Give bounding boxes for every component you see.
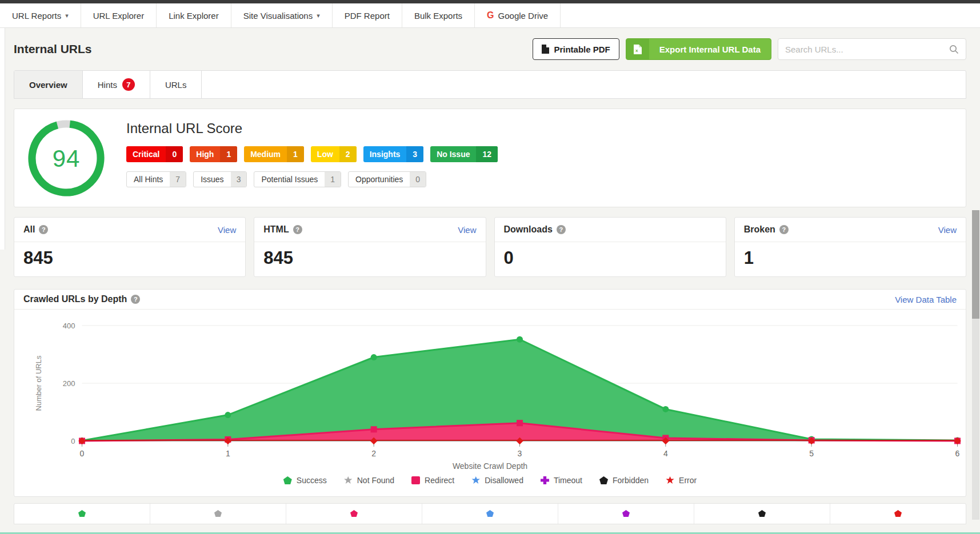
- badge-critical[interactable]: Critical 0: [126, 146, 183, 162]
- nav-label: Link Explorer: [169, 11, 219, 21]
- pill-all-hints[interactable]: All Hints 7: [126, 171, 186, 187]
- pill-count: 3: [231, 172, 247, 187]
- not-found-marker-icon: [214, 510, 222, 517]
- score-donut: 94: [23, 117, 109, 200]
- severity-badges: Critical 0 High 1 Medium 1 Low 2 Insight…: [126, 146, 498, 162]
- svg-text:x: x: [635, 48, 638, 53]
- cross-marker-icon: [541, 476, 549, 484]
- score-title: Internal URL Score: [126, 121, 498, 136]
- tab-hints[interactable]: Hints 7: [83, 71, 150, 98]
- pill-potential-issues[interactable]: Potential Issues 1: [254, 171, 341, 187]
- badge-count: 12: [476, 146, 498, 162]
- pill-issues[interactable]: Issues 3: [193, 171, 247, 187]
- star-marker-icon: [344, 476, 353, 484]
- legend-item-not-found[interactable]: Not Found: [344, 476, 394, 485]
- hints-count-badge: 7: [122, 78, 135, 91]
- view-link[interactable]: View: [938, 225, 957, 235]
- export-internal-url-data-button[interactable]: x Export Internal URL Data: [626, 38, 771, 60]
- status-card-timeout[interactable]: [558, 504, 694, 524]
- help-icon[interactable]: ?: [131, 295, 140, 304]
- page-header: Internal URLs Printable PDF x Export Int…: [0, 28, 980, 70]
- legend-label: Success: [297, 476, 327, 485]
- nav-google-drive[interactable]: G Google Drive: [475, 3, 561, 27]
- badge-count: 0: [166, 146, 183, 162]
- nav-label: URL Reports: [12, 11, 61, 21]
- nav-pdf-report[interactable]: PDF Report: [333, 3, 402, 27]
- vertical-scrollbar[interactable]: [972, 210, 979, 520]
- file-icon: [542, 45, 549, 54]
- pill-count: 7: [170, 172, 186, 187]
- badge-label: High: [190, 146, 220, 162]
- button-label: Export Internal URL Data: [649, 39, 771, 59]
- status-card-forbidden[interactable]: [694, 504, 830, 524]
- chart-legend: SuccessNot FoundRedirectDisallowedTimeou…: [14, 476, 966, 485]
- nav-link-explorer[interactable]: Link Explorer: [157, 3, 231, 27]
- badge-insights[interactable]: Insights 3: [363, 146, 423, 162]
- card-value: 845: [254, 242, 485, 276]
- view-data-table-link[interactable]: View Data Table: [895, 295, 957, 304]
- legend-item-redirect[interactable]: Redirect: [411, 476, 454, 485]
- error-marker-icon: [894, 510, 902, 517]
- card-downloads: Downloads? 0: [494, 217, 726, 277]
- legend-item-disallowed[interactable]: Disallowed: [471, 476, 523, 485]
- badge-no-issue[interactable]: No Issue 12: [430, 146, 498, 162]
- svg-text:3: 3: [518, 449, 522, 458]
- scrollbar-thumb[interactable]: [972, 210, 979, 319]
- status-card-success[interactable]: [14, 504, 150, 524]
- nav-label: Site Visualisations: [243, 11, 313, 21]
- legend-item-error[interactable]: Error: [666, 476, 697, 485]
- printable-pdf-button[interactable]: Printable PDF: [533, 38, 619, 60]
- badge-high[interactable]: High 1: [190, 146, 237, 162]
- legend-label: Forbidden: [613, 476, 649, 485]
- pill-opportunities[interactable]: Opportunities 0: [348, 171, 426, 187]
- redirect-marker-icon: [350, 510, 358, 517]
- legend-label: Error: [679, 476, 697, 485]
- status-card-error[interactable]: [830, 504, 966, 524]
- disallowed-marker-icon: [486, 510, 494, 517]
- view-link[interactable]: View: [218, 225, 236, 235]
- status-card-not-found[interactable]: [150, 504, 286, 524]
- stat-cards-row: All? View 845 HTML? View 845 Downloads? …: [14, 217, 966, 277]
- view-link[interactable]: View: [458, 225, 476, 235]
- status-card-redirect[interactable]: [286, 504, 422, 524]
- tab-urls[interactable]: URLs: [150, 71, 202, 98]
- legend-label: Not Found: [357, 476, 394, 485]
- spreadsheet-icon: x: [626, 39, 649, 59]
- tab-label: URLs: [165, 80, 187, 90]
- nav-url-explorer[interactable]: URL Explorer: [81, 3, 157, 27]
- status-card-disallowed[interactable]: [422, 504, 558, 524]
- tab-overview[interactable]: Overview: [14, 71, 83, 98]
- nav-bulk-exports[interactable]: Bulk Exports: [402, 3, 475, 27]
- pill-count: 1: [325, 172, 341, 187]
- legend-item-timeout[interactable]: Timeout: [541, 476, 582, 485]
- help-icon[interactable]: ?: [779, 225, 789, 234]
- card-title: Downloads?: [504, 224, 566, 235]
- success-marker-icon: [78, 510, 86, 517]
- help-icon[interactable]: ?: [557, 225, 566, 234]
- badge-label: Medium: [244, 146, 287, 162]
- badge-count: 1: [220, 146, 237, 162]
- header-actions: Printable PDF x Export Internal URL Data: [533, 38, 966, 60]
- hint-filter-pills: All Hints 7 Issues 3 Potential Issues 1 …: [126, 171, 498, 187]
- svg-text:0: 0: [71, 437, 75, 445]
- svg-text:200: 200: [63, 379, 75, 388]
- badge-label: Low: [311, 146, 339, 162]
- card-value: 0: [495, 242, 726, 276]
- help-icon[interactable]: ?: [293, 225, 302, 234]
- score-details: Internal URL Score Critical 0 High 1 Med…: [126, 117, 498, 199]
- search-input[interactable]: [785, 45, 949, 54]
- help-icon[interactable]: ?: [39, 225, 48, 234]
- badge-medium[interactable]: Medium 1: [244, 146, 304, 162]
- nav-label: Google Drive: [498, 11, 549, 21]
- badge-low[interactable]: Low 2: [311, 146, 357, 162]
- search-icon[interactable]: [949, 45, 959, 54]
- legend-item-forbidden[interactable]: Forbidden: [599, 476, 649, 485]
- pentagon-marker-icon: [599, 476, 608, 484]
- legend-item-success[interactable]: Success: [283, 476, 327, 485]
- card-title: Broken?: [744, 224, 789, 235]
- nav-site-visualisations[interactable]: Site Visualisations ▾: [231, 3, 333, 27]
- pill-label: All Hints: [127, 172, 170, 187]
- depth-area-chart: 0200400Number of URLs0123456: [14, 310, 966, 461]
- card-value: 845: [14, 242, 245, 276]
- nav-url-reports[interactable]: URL Reports ▾: [0, 3, 81, 27]
